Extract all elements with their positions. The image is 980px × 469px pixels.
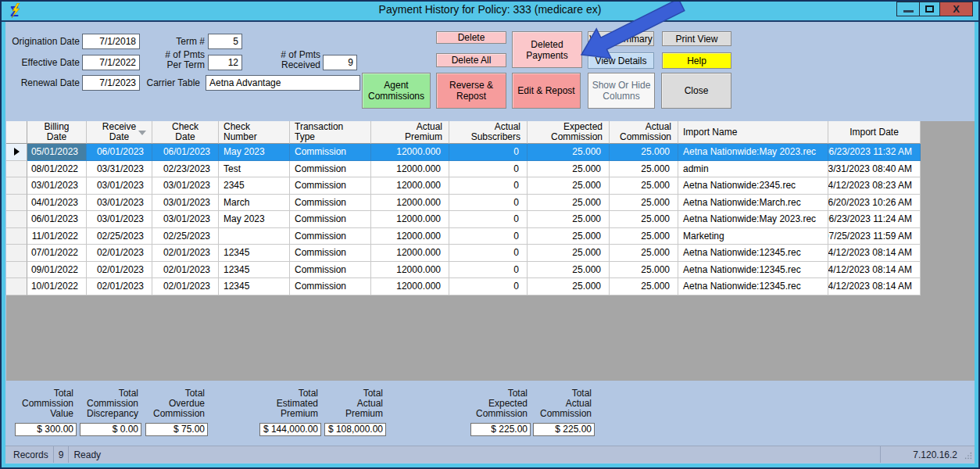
- grid-cell[interactable]: 06/23/2023 11:24 AM: [828, 211, 921, 228]
- grid-cell[interactable]: 25.000: [528, 278, 610, 295]
- grid-cell[interactable]: 03/01/2023: [152, 211, 219, 228]
- grid-cell[interactable]: 25.000: [610, 278, 678, 295]
- column-header-billing-date[interactable]: Billing Date: [27, 121, 87, 144]
- view-summary-button[interactable]: View Summary: [588, 31, 654, 46]
- grid-cell[interactable]: Aetna Nationwide:May 2023.rec: [678, 211, 828, 228]
- column-header-transaction-type[interactable]: Transaction Type: [290, 121, 371, 144]
- total-expected-commission-box[interactable]: $ 225.00: [470, 423, 531, 436]
- grid-cell[interactable]: 06/23/2023 11:32 AM: [828, 144, 921, 161]
- grid-cell[interactable]: 25.000: [610, 195, 678, 212]
- grid-cell[interactable]: 12000.000: [371, 228, 449, 245]
- grid-cell[interactable]: 03/31/2023: [87, 161, 152, 178]
- column-header-actual-commission[interactable]: Actual Commission: [610, 121, 678, 144]
- grid-cell[interactable]: 12000.000: [371, 278, 449, 295]
- row-selector[interactable]: [6, 161, 27, 178]
- grid-cell[interactable]: Aetna Nationwide:12345.rec: [678, 262, 828, 279]
- grid-cell[interactable]: 25.000: [610, 161, 678, 178]
- grid-cell[interactable]: 03/01/2023: [87, 195, 152, 212]
- column-header-check-number[interactable]: Check Number: [219, 121, 290, 144]
- delete-button[interactable]: Delete: [436, 31, 506, 44]
- grid-cell[interactable]: March: [219, 195, 290, 212]
- grid-cell[interactable]: 10/01/2022: [27, 278, 87, 295]
- close-button[interactable]: Close: [661, 73, 731, 109]
- total-actual-premium-box[interactable]: $ 108,000.00: [324, 423, 386, 436]
- column-header-actual-subscribers[interactable]: Actual Subscribers: [449, 121, 528, 144]
- grid-cell[interactable]: 25.000: [528, 228, 610, 245]
- grid-cell[interactable]: Marketing: [678, 228, 828, 245]
- grid-cell[interactable]: 02/01/2023: [87, 262, 152, 279]
- grid-cell[interactable]: 25.000: [610, 211, 678, 228]
- column-header-receive-date[interactable]: Receive Date: [87, 121, 152, 144]
- grid-cell[interactable]: 12000.000: [371, 262, 449, 279]
- grid-cell[interactable]: Commission: [290, 195, 371, 212]
- grid-cell[interactable]: 12345: [219, 245, 290, 262]
- total-overdue-commission-box[interactable]: $ 75.00: [145, 423, 208, 436]
- grid-cell[interactable]: 03/01/2023: [152, 195, 219, 212]
- grid-cell[interactable]: 0: [449, 228, 528, 245]
- grid-cell[interactable]: 06/01/2023: [27, 211, 87, 228]
- grid-cell[interactable]: 25.000: [610, 262, 678, 279]
- grid-cell[interactable]: 02/01/2023: [87, 278, 152, 295]
- grid-cell[interactable]: 04/12/2023 08:14 AM: [828, 262, 921, 279]
- grid-cell[interactable]: 25.000: [610, 177, 678, 195]
- select-all-corner[interactable]: [6, 121, 27, 144]
- column-header-expected-commission[interactable]: Expected Commission: [528, 121, 610, 144]
- grid-cell[interactable]: 03/01/2023: [152, 177, 219, 195]
- grid-cell[interactable]: 02/25/2023: [87, 228, 152, 245]
- grid-cell[interactable]: 0: [449, 144, 528, 161]
- grid-cell[interactable]: 12000.000: [371, 245, 449, 262]
- grid-cell[interactable]: Test: [219, 161, 290, 178]
- grid-cell[interactable]: 12345: [219, 278, 290, 295]
- renewal-date-field[interactable]: [82, 75, 140, 91]
- view-details-button[interactable]: View Details: [588, 52, 654, 69]
- grid-cell[interactable]: 04/12/2023 08:23 AM: [828, 177, 921, 195]
- grid-cell[interactable]: 25.000: [610, 228, 678, 245]
- grid-cell[interactable]: 03/01/2023: [27, 177, 87, 195]
- grid-cell[interactable]: 12000.000: [371, 195, 449, 212]
- grid-cell[interactable]: 02/01/2023: [152, 245, 219, 262]
- grid-cell[interactable]: 02/25/2023: [152, 228, 219, 245]
- grid-cell[interactable]: Aetna Nationwide:March.rec: [678, 195, 828, 212]
- titlebar[interactable]: Σ Payment History for Policy: 333 (medic…: [0, 0, 980, 22]
- row-selector[interactable]: [6, 245, 27, 262]
- resize-grip[interactable]: [962, 446, 975, 463]
- column-header-import-name[interactable]: Import Name: [678, 121, 828, 144]
- maximize-button[interactable]: [919, 2, 939, 16]
- delete-all-button[interactable]: Delete All: [436, 53, 506, 67]
- reverse-repost-button[interactable]: Reverse & Repost: [436, 73, 506, 109]
- grid-cell[interactable]: Aetna Nationwide:2345.rec: [678, 177, 828, 195]
- carrier-table-field[interactable]: [206, 75, 360, 91]
- row-selector[interactable]: [6, 177, 27, 195]
- grid-cell[interactable]: 06/01/2023: [87, 144, 152, 161]
- close-window-button[interactable]: X: [939, 2, 973, 16]
- grid-cell[interactable]: 03/01/2023: [87, 177, 152, 195]
- grid-cell[interactable]: Commission: [290, 245, 371, 262]
- grid-cell[interactable]: 09/01/2022: [27, 262, 87, 279]
- print-view-button[interactable]: Print View: [662, 31, 731, 46]
- grid-cell[interactable]: 25.000: [528, 262, 610, 279]
- pmts-received-field[interactable]: [323, 55, 357, 70]
- row-selector[interactable]: [6, 262, 27, 279]
- grid-cell[interactable]: May 2023: [219, 144, 290, 161]
- minimize-button[interactable]: [896, 2, 919, 16]
- row-selector[interactable]: [6, 278, 27, 295]
- grid-cell[interactable]: 04/01/2023: [27, 195, 87, 212]
- grid-cell[interactable]: 07/25/2023 11:59 AM: [828, 228, 921, 245]
- grid-cell[interactable]: 06/01/2023: [152, 144, 219, 161]
- help-button[interactable]: Help: [662, 52, 731, 69]
- total-actual-commission-box[interactable]: $ 225.00: [533, 423, 595, 436]
- column-header-actual-premium[interactable]: Actual Premium: [371, 121, 449, 144]
- agent-commissions-button[interactable]: Agent Commissions: [362, 73, 431, 109]
- grid-cell[interactable]: 0: [449, 262, 528, 279]
- origination-date-field[interactable]: [82, 34, 140, 49]
- edit-repost-button[interactable]: Edit & Repost: [512, 73, 581, 109]
- grid-cell[interactable]: 03/31/2023 08:40 AM: [828, 161, 921, 178]
- grid-cell[interactable]: Commission: [290, 177, 371, 195]
- grid-cell[interactable]: 12000.000: [371, 177, 449, 195]
- total-estimated-premium-box[interactable]: $ 144,000.00: [259, 423, 321, 436]
- grid-cell[interactable]: 06/20/2023 10:26 AM: [828, 195, 921, 212]
- term-number-field[interactable]: [208, 34, 242, 49]
- row-selector[interactable]: [6, 144, 27, 161]
- grid-cell[interactable]: 0: [449, 177, 528, 195]
- grid-cell[interactable]: 05/01/2023: [27, 144, 87, 161]
